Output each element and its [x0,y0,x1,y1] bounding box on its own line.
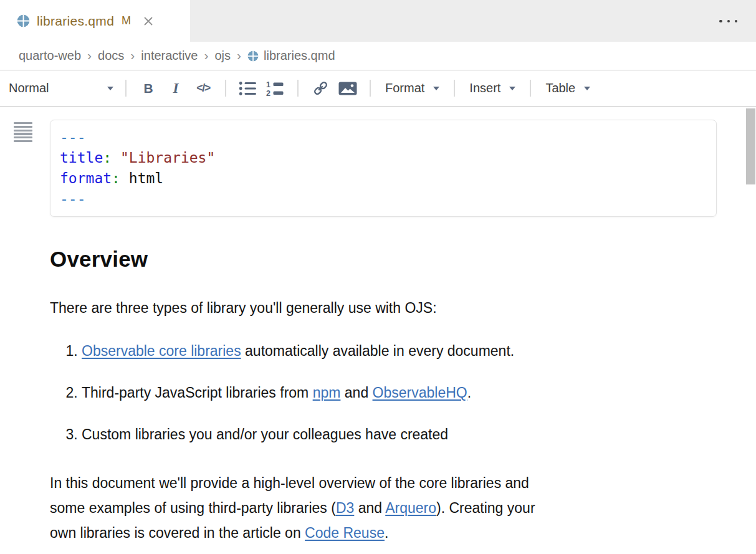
chevron-right-icon: › [237,49,241,63]
paragraph-style-value: Normal [9,81,49,95]
code-icon: </> [196,82,210,95]
toolbar-divider [297,80,299,97]
toolbar-divider [370,80,371,97]
link-icon [312,80,329,97]
inline-link[interactable]: Arquero [385,500,436,516]
more-actions-ellipsis-icon[interactable] [717,14,740,27]
toolbar-divider [530,80,531,97]
image-icon [338,81,357,96]
quarto-file-icon [17,14,30,27]
tab-title: libraries.qmd [37,14,114,29]
inline-link[interactable]: Code Reuse [305,525,385,541]
chevron-down-icon [509,87,515,90]
breadcrumb-label: ojs [214,49,231,63]
modified-badge: M [122,14,131,27]
paragraph-line: some examples of using third-party libra… [50,495,717,520]
closing-paragraph: In this document we'll provide a high-le… [50,470,717,545]
breadcrumb: quarto-web›docs›interactive›ojs›librarie… [0,42,756,70]
italic-button[interactable]: I [166,77,186,100]
paragraph-line: own libraries is covered in the article … [50,520,717,545]
code-button[interactable]: </> [193,77,213,100]
chevron-down-icon [433,87,439,90]
list-item: Custom libraries you and/or your colleag… [82,426,717,443]
insert-menu-label: Insert [469,81,500,95]
formatting-toolbar: Normal B I </> 1 2 [0,70,756,107]
library-type-list: Observable core libraries automatically … [50,343,717,443]
inline-link[interactable]: ObservableHQ [373,384,467,401]
intro-paragraph: There are three types of library you'll … [50,300,717,317]
insert-menu[interactable]: Insert [463,81,522,95]
svg-text:1: 1 [266,80,270,89]
bold-button[interactable]: B [138,77,158,100]
bulleted-list-icon [239,80,257,97]
breadcrumb-item-libraries-qmd[interactable]: libraries.qmd [247,49,335,63]
yaml-line: title: "Libraries" [60,148,707,168]
breadcrumb-label: docs [98,49,124,63]
table-menu-label: Table [545,81,575,95]
toolbar-divider [225,80,226,97]
bold-icon: B [143,81,153,96]
format-menu[interactable]: Format [379,81,446,95]
chevron-right-icon: › [87,49,92,63]
scrollbar[interactable] [746,108,755,184]
breadcrumb-item-quarto-web[interactable]: quarto-web [19,49,81,63]
format-menu-label: Format [385,81,424,95]
breadcrumb-item-interactive[interactable]: interactive [141,49,198,63]
chevron-right-icon: › [130,49,135,63]
toolbar-divider [454,80,455,97]
editor-content[interactable]: ---title: "Libraries"format: html--- Ove… [0,107,756,545]
svg-text:2: 2 [266,88,270,97]
list-item: Third-party JavaScript libraries from np… [82,384,717,401]
italic-icon: I [173,80,179,97]
drag-handle-icon[interactable] [14,122,32,142]
chevron-right-icon: › [204,49,208,63]
list-item: Observable core libraries automatically … [82,343,717,360]
breadcrumb-item-ojs[interactable]: ojs [214,49,231,63]
bulleted-list-button[interactable] [238,77,258,100]
heading-overview: Overview [50,247,717,272]
close-icon[interactable] [140,13,156,29]
inline-link[interactable]: Observable core libraries [82,343,241,359]
inline-link[interactable]: D3 [336,500,354,516]
breadcrumb-item-docs[interactable]: docs [98,49,124,63]
image-button[interactable] [338,77,358,100]
breadcrumb-label: libraries.qmd [264,49,335,63]
link-button[interactable] [310,77,330,100]
tab-bar: libraries.qmd M [0,0,756,42]
table-menu[interactable]: Table [539,81,596,95]
yaml-metadata-block[interactable]: ---title: "Libraries"format: html--- [50,120,717,217]
paragraph-style-select[interactable]: Normal [7,81,117,95]
tab-libraries-qmd[interactable]: libraries.qmd M [0,0,190,42]
inline-link[interactable]: npm [313,384,341,401]
numbered-list-button[interactable]: 1 2 [266,77,285,100]
quarto-file-icon [247,50,259,62]
chevron-down-icon [584,87,590,90]
yaml-line: format: html [60,168,707,189]
toolbar-divider [125,80,127,97]
chevron-down-icon [107,87,113,90]
numbered-list-icon: 1 2 [266,80,285,97]
paragraph-line: In this document we'll provide a high-le… [50,470,717,495]
yaml-line: --- [60,189,707,209]
yaml-line: --- [60,127,707,148]
visual-editor-window: libraries.qmd M quarto-web›docs›interact… [0,0,756,554]
breadcrumb-label: interactive [141,49,198,63]
breadcrumb-label: quarto-web [19,49,81,63]
